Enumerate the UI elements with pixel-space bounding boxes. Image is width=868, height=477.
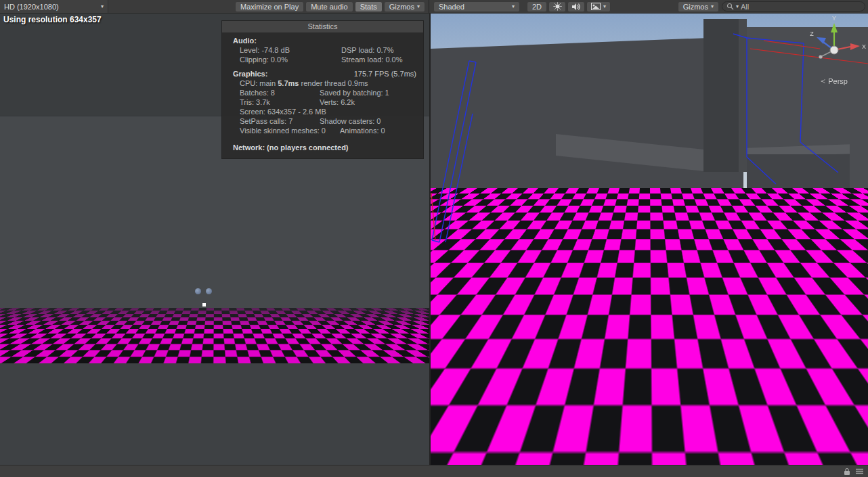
stats-row: Level: -74.8 dB DSP load: 0.7% — [240, 45, 416, 55]
draw-mode-dropdown[interactable]: Shaded ▾ — [433, 1, 520, 12]
statistics-title: Statistics — [222, 21, 423, 32]
y-axis-label: Y — [832, 15, 836, 22]
persp-prefix-icon: ≺ — [821, 78, 826, 85]
checkerboard-pattern — [431, 188, 868, 465]
statistics-panel: Statistics Audio: Level: -74.8 dB DSP lo… — [221, 20, 424, 159]
cpu-prefix: CPU: main — [240, 79, 278, 87]
lighting-toggle[interactable] — [548, 1, 566, 12]
game-gizmos-label: Gizmos — [389, 3, 414, 11]
search-input[interactable] — [741, 3, 861, 11]
graphics-heading: Graphics: — [233, 69, 267, 78]
tris: Tris: 3.7k — [240, 97, 320, 107]
scene-gizmos-label: Gizmos — [683, 3, 708, 11]
2d-toggle[interactable]: 2D — [527, 1, 547, 12]
network-line: Network: (no players connected) — [233, 143, 416, 152]
scene-view-canvas[interactable]: Y X Z ≺ Persp — [431, 14, 868, 465]
draw-mode-label: Shaded — [439, 3, 464, 11]
speaker-icon — [571, 3, 581, 11]
cpu-main-ms: 5.7ms — [278, 79, 299, 87]
image-icon — [591, 3, 601, 10]
maximize-on-play-button[interactable]: Maximize on Play — [235, 1, 304, 12]
stats-row: Batches: 8 Saved by batching: 1 — [240, 88, 416, 97]
skinned-meshes: Visible skinned meshes: 0 — [240, 126, 340, 135]
mute-audio-button[interactable]: Mute audio — [305, 1, 353, 12]
scene-search-field[interactable]: ▾ — [722, 1, 865, 12]
game-view-toolbar: HD (1920x1080) ▾ Maximize on Play Mute a… — [0, 0, 429, 13]
layout-menu-icon[interactable] — [856, 468, 863, 474]
statistics-body: Audio: Level: -74.8 dB DSP load: 0.7% Cl… — [222, 32, 423, 152]
setpass-calls: SetPass calls: 7 — [240, 116, 320, 126]
audio-heading: Audio: — [233, 36, 416, 45]
selection-handle — [202, 303, 206, 306]
chevron-down-icon: ▾ — [603, 4, 606, 9]
gizmo-center[interactable] — [830, 46, 838, 54]
x-axis-cone[interactable] — [850, 43, 860, 50]
verts: Verts: 6.2k — [320, 97, 355, 107]
chevron-down-icon: ▾ — [101, 4, 104, 9]
search-icon — [726, 3, 734, 10]
sun-icon — [553, 2, 562, 11]
scene-gizmos-dropdown[interactable]: Gizmos ▾ — [678, 1, 719, 12]
scene-audio-toggle[interactable] — [567, 1, 585, 12]
animations: Animations: 0 — [340, 126, 385, 135]
screen-info: Screen: 634x357 - 2.6 MB — [240, 107, 326, 116]
stats-row: Screen: 634x357 - 2.6 MB — [240, 107, 416, 116]
chevron-down-icon: ▾ — [417, 4, 420, 9]
stats-row: Tris: 3.7k Verts: 6.2k — [240, 97, 416, 107]
stats-row: SetPass calls: 7 Shadow casters: 0 — [240, 116, 416, 126]
audio-clipping: Clipping: 0.0% — [240, 55, 341, 64]
render-thread-ms: render thread 0.9ms — [299, 79, 368, 87]
orientation-gizmo[interactable]: Y X Z — [800, 14, 868, 87]
stats-row: Visible skinned meshes: 0 Animations: 0 — [240, 126, 416, 135]
shadow-casters: Shadow casters: 0 — [320, 116, 381, 126]
persp-label: Persp — [828, 77, 848, 85]
fps-value: 175.7 FPS (5.7ms) — [354, 69, 416, 78]
workspace: Using resolution 634x357 Statistics Audi… — [0, 14, 868, 465]
aspect-ratio-dropdown[interactable]: HD (1920x1080) ▾ — [0, 0, 108, 13]
batches: Batches: 8 — [240, 88, 320, 97]
scene-view-toolbar: Shaded ▾ 2D — [429, 0, 868, 13]
unity-editor-window: HD (1920x1080) ▾ Maximize on Play Mute a… — [0, 0, 868, 477]
chevron-down-icon: ▾ — [512, 4, 515, 9]
chevron-down-icon: ▾ — [736, 4, 739, 9]
pillar — [703, 19, 747, 172]
z-axis-label: Z — [810, 30, 814, 37]
game-view-canvas[interactable]: Using resolution 634x357 Statistics Audi… — [0, 14, 429, 465]
stream-load: Stream load: 0.0% — [341, 55, 403, 64]
cpu-row: CPU: main 5.7ms render thread 0.9ms — [240, 78, 416, 88]
negative-axis-handle[interactable] — [819, 55, 822, 58]
game-gizmos-dropdown[interactable]: Gizmos ▾ — [384, 1, 425, 12]
stats-row: Clipping: 0.0% Stream load: 0.0% — [240, 55, 416, 64]
effects-dropdown[interactable]: ▾ — [586, 1, 611, 12]
main-toolbar: HD (1920x1080) ▾ Maximize on Play Mute a… — [0, 0, 868, 14]
aspect-ratio-label: HD (1920x1080) — [4, 3, 59, 11]
stats-row: Graphics: 175.7 FPS (5.7ms) — [233, 69, 416, 78]
status-bar — [0, 465, 868, 477]
saved-by-batching: Saved by batching: 1 — [320, 88, 389, 97]
x-axis-label: X — [862, 43, 866, 50]
y-axis-cone[interactable] — [831, 23, 838, 32]
game-background-near — [0, 363, 429, 465]
scene-checker-floor — [431, 188, 868, 465]
wall-left — [431, 37, 743, 211]
dsp-load: DSP load: 0.7% — [341, 45, 393, 55]
lock-icon[interactable] — [844, 468, 850, 476]
resolution-overlay: Using resolution 634x357 — [3, 15, 102, 24]
scene-gizmo-icon — [195, 288, 201, 294]
perspective-toggle[interactable]: ≺ Persp — [821, 77, 848, 85]
stats-button[interactable]: Stats — [355, 1, 383, 12]
game-checker-floor — [0, 308, 429, 363]
checkerboard-pattern — [0, 308, 429, 363]
audio-level: Level: -74.8 dB — [240, 45, 341, 55]
scene-gizmo-icon — [206, 288, 212, 294]
chevron-down-icon: ▾ — [711, 4, 714, 9]
